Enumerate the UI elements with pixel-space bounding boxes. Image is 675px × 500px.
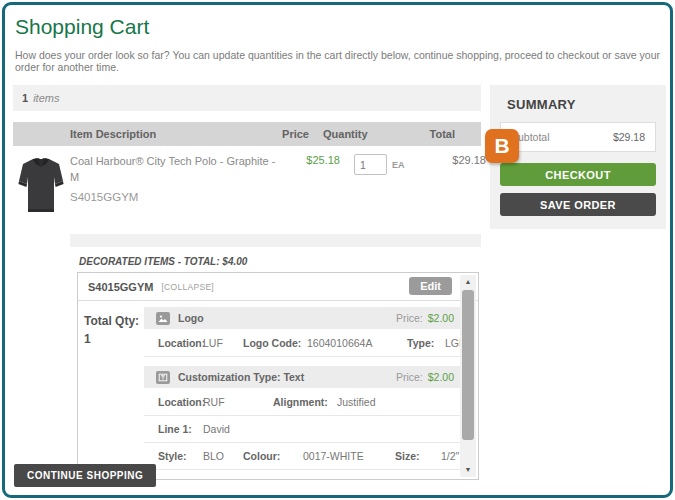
column-total: Total <box>389 128 455 140</box>
decorated-item-body: Total Qty: 1 Logo Price:$2.00 Location: <box>78 301 478 470</box>
colour-value: 0017-WHITE <box>303 450 395 462</box>
edit-button[interactable]: Edit <box>409 277 452 295</box>
panel-scrollbar[interactable]: ▲ ▼ <box>460 275 476 477</box>
location-value: RUF <box>203 396 273 408</box>
colour-label: Colour: <box>243 450 303 462</box>
decorated-item-sku: S4015GGYM <box>88 281 153 293</box>
logo-price: Price:$2.00 <box>396 312 454 324</box>
save-order-button[interactable]: SAVE ORDER <box>500 193 656 216</box>
alignment-label: Alignment: <box>273 396 337 408</box>
checkout-button[interactable]: CHECKOUT <box>500 163 656 186</box>
customization-price: Price:$2.00 <box>396 371 454 383</box>
decorated-items-label: DECORATED ITEMS - <box>79 256 184 267</box>
product-image-cell <box>13 154 70 218</box>
total-qty-cell: Total Qty: 1 <box>78 301 144 470</box>
cart-column: 1 items Item Description Price Quantity … <box>13 85 481 480</box>
location-value: LUF <box>203 337 243 349</box>
items-word: items <box>33 92 59 104</box>
customization-location-row: Location: RUF Alignment: Justified <box>144 389 466 416</box>
cart-item-row: Coal Harbour® City Tech Polo - Graphite … <box>13 146 481 218</box>
product-image[interactable] <box>16 154 66 216</box>
logo-price-value: $2.00 <box>428 312 454 324</box>
type-label: Type: <box>407 337 445 349</box>
logo-detail-row: Location: LUF Logo Code: 1604010664A Typ… <box>144 330 466 357</box>
page-title: Shopping Cart <box>15 15 662 39</box>
customization-price-label: Price: <box>396 371 423 383</box>
product-sku: S4015GGYM <box>70 191 284 203</box>
size-label: Size: <box>395 450 441 462</box>
style-value: BLO <box>203 450 243 462</box>
logo-code-value: 1604010664A <box>307 337 407 349</box>
style-label: Style: <box>158 450 203 462</box>
decoration-details: Logo Price:$2.00 Location: LUF Logo Code… <box>144 301 466 470</box>
customization-style-row: Style: BLO Colour: 0017-WHITE Size: 1/2" <box>144 443 466 470</box>
summary-title: SUMMARY <box>507 97 656 112</box>
b-logo-letter: B <box>494 134 509 158</box>
customization-line1-row: Line 1: David <box>144 416 466 443</box>
decorated-items-total: TOTAL: $4.00 <box>184 256 248 267</box>
column-quantity: Quantity <box>309 128 389 140</box>
column-price: Price <box>253 128 309 140</box>
quantity-input[interactable] <box>354 154 387 175</box>
size-value: 1/2" <box>441 450 459 462</box>
collapse-toggle[interactable]: [COLLAPSE] <box>161 282 214 292</box>
subtotal-row: Subtotal $29.18 <box>500 122 656 152</box>
b-logo-badge: B <box>485 129 519 163</box>
intro-text: How does your order look so far? You can… <box>15 49 662 73</box>
customization-section-title: Customization Type: Text <box>178 371 304 383</box>
customization-price-value: $2.00 <box>428 371 454 383</box>
total-qty-label: Total Qty: 1 <box>84 314 139 346</box>
shopping-cart-page: Shopping Cart How does your order look s… <box>2 2 673 498</box>
scroll-up-icon[interactable]: ▲ <box>460 275 476 289</box>
continue-shopping-button[interactable]: CONTINUE SHOPPING <box>14 464 156 487</box>
cart-table-header: Item Description Price Quantity Total <box>13 122 481 146</box>
quantity-cell: EA <box>340 154 420 218</box>
image-icon <box>156 312 170 325</box>
scrollbar-thumb[interactable] <box>462 290 474 440</box>
item-price: $25.18 <box>284 154 340 218</box>
items-count: 1 <box>22 92 28 104</box>
decorated-items-heading: DECORATED ITEMS - TOTAL: $4.00 <box>79 256 481 267</box>
product-name[interactable]: Coal Harbour® City Tech Polo - Graphite … <box>70 154 284 186</box>
logo-code-label: Logo Code: <box>243 337 307 349</box>
logo-section-header: Logo Price:$2.00 <box>144 307 466 329</box>
line1-label: Line 1: <box>158 423 203 435</box>
main-layout: 1 items Item Description Price Quantity … <box>13 85 662 480</box>
column-item-description: Item Description <box>70 128 253 140</box>
product-description-cell: Coal Harbour® City Tech Polo - Graphite … <box>70 154 284 218</box>
line1-value: David <box>203 423 230 435</box>
customization-section-header: Customization Type: Text Price:$2.00 <box>144 366 466 388</box>
subtotal-value: $29.18 <box>613 131 645 143</box>
decorated-items-panel: S4015GGYM [COLLAPSE] Edit Total Qty: 1 L <box>77 272 479 480</box>
decorated-item-header: S4015GGYM [COLLAPSE] Edit <box>78 273 478 301</box>
item-total: $29.18 <box>420 154 486 218</box>
logo-section-title: Logo <box>178 312 204 324</box>
location-label: Location: <box>158 396 203 408</box>
items-count-bar: 1 items <box>13 85 481 111</box>
location-label: Location: <box>158 337 203 349</box>
alignment-value: Justified <box>337 396 376 408</box>
text-icon <box>156 371 170 384</box>
section-gap <box>144 357 466 366</box>
logo-price-label: Price: <box>396 312 423 324</box>
unit-label: EA <box>392 160 405 170</box>
scroll-down-icon[interactable]: ▼ <box>460 463 476 477</box>
row-separator-bar <box>70 234 481 247</box>
